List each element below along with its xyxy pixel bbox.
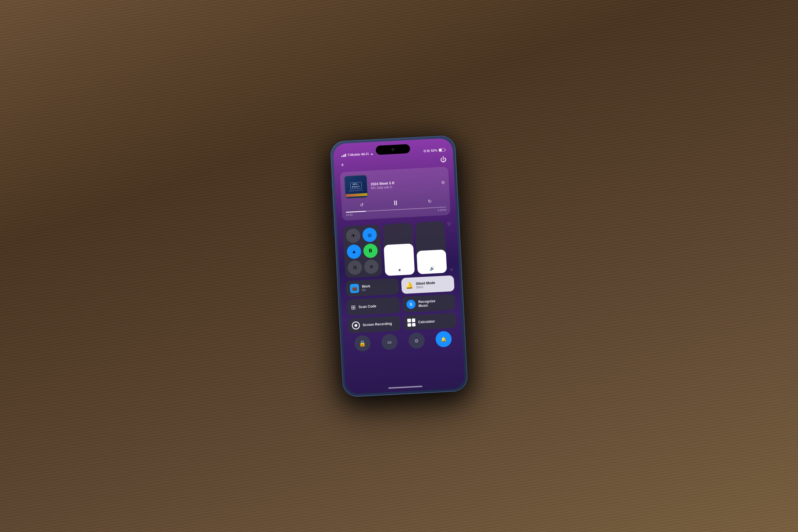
work-label: Work (362, 284, 370, 288)
np-top-row: NFL:DAILY GREGG ROSENTHAL 2024 Week 5 R … (344, 171, 445, 198)
remote-icon: ⊙ (414, 338, 418, 343)
artwork-inner: NFL:DAILY GREGG ROSENTHAL (345, 175, 367, 198)
calc-dot-3 (407, 323, 411, 326)
signal-bar-2 (343, 155, 343, 157)
scan-code-icon: ⊞ (351, 304, 356, 311)
airdrop-toggle[interactable]: ⛓ (347, 260, 362, 275)
wifi-toggle-icon: ▲ (352, 249, 357, 254)
nfl-box: NFL:DAILY (350, 182, 362, 189)
cc-row-work: 💼 Work On 🔔 Silent Mode Silent (345, 275, 454, 297)
screen-rec-dot (354, 324, 357, 327)
calc-dot-2 (412, 318, 415, 322)
heart-icon: ♡ (447, 222, 451, 227)
battery-fill (439, 149, 442, 151)
battery-orientation-icon: ▭ (387, 339, 392, 345)
mute-toggle-button[interactable]: 🔔 (435, 330, 452, 347)
status-icons: ⊡ ⊟ (423, 149, 430, 153)
front-camera (391, 148, 395, 151)
airdrop-icon: ⛓ (353, 265, 357, 270)
side-icons: ♡ ⌂ (447, 221, 454, 272)
wifi-toggle[interactable]: ▲ (346, 244, 362, 259)
settings-toggle[interactable]: ⚙ (364, 259, 379, 274)
mute-icon: 🔔 (441, 336, 446, 342)
add-button[interactable]: + (340, 161, 344, 169)
pause-button[interactable]: ⏸ (392, 198, 399, 207)
dynamic-island (376, 144, 411, 155)
calc-dot-4 (412, 323, 416, 326)
nfl-subtitle: GREGG ROSENTHAL (349, 189, 363, 192)
calculator-button[interactable]: Calculator (403, 312, 456, 330)
volume-icon: 🔊 (430, 266, 435, 271)
connectivity-panel: ✈ ◎ ▲ B ⛓ (343, 224, 382, 278)
work-on-sublabel: On (362, 288, 370, 291)
phone-container: T-Mobile Wi-Fi ▲ ⊡ ⊟ 52% + ⏻ (330, 135, 468, 398)
sliders-panel: ☀ 🔊 (382, 221, 447, 276)
time-elapsed: 23:43 (346, 213, 353, 216)
podcast-artwork: NFL:DAILY GREGG ROSENTHAL (344, 175, 368, 198)
hotspot-icon: ◎ (368, 232, 372, 238)
scan-code-button[interactable]: ⊞ Scan Code (346, 297, 400, 316)
recognize-music-button[interactable]: S Recognize Music (402, 294, 456, 312)
signal-bar-3 (344, 154, 345, 156)
phone-screen: T-Mobile Wi-Fi ▲ ⊡ ⊟ 52% + ⏻ (332, 138, 465, 394)
brightness-icon: ☀ (398, 268, 402, 272)
artwork-bar (346, 193, 367, 197)
settings-icon: ⚙ (369, 264, 373, 269)
status-left: T-Mobile Wi-Fi ▲ (341, 152, 373, 157)
work-icon: 💼 (350, 284, 359, 293)
lock-rotation-icon: 🔒 (359, 340, 366, 347)
screen-lock-button[interactable]: 🔒 (354, 335, 371, 352)
signal-bar-4 (345, 153, 346, 156)
forward-button[interactable]: ↻ (428, 198, 432, 204)
wifi-icon: ▲ (370, 152, 374, 156)
shazam-icon: S (406, 300, 416, 309)
battery-icon (439, 148, 445, 152)
silent-mode-label-group: Silent Mode Silent (416, 280, 436, 288)
screen-recording-label: Screen Recording (362, 321, 392, 327)
cc-bottom-row: 🔒 ▭ ⊙ 🔔 (348, 330, 457, 352)
recognize-label1: Recognize (418, 299, 436, 304)
bell-slash-icon: 🔔 (405, 282, 413, 289)
now-playing-widget[interactable]: NFL:DAILY GREGG ROSENTHAL 2024 Week 5 R … (340, 166, 450, 221)
home-indicator (388, 385, 422, 389)
recognize-label2: Music (418, 303, 436, 308)
cc-row-connectivity: ✈ ◎ ▲ B ⛓ (343, 221, 453, 278)
phone-body: T-Mobile Wi-Fi ▲ ⊡ ⊟ 52% + ⏻ (330, 135, 468, 398)
remote-button[interactable]: ⊙ (408, 332, 425, 349)
cc-row-recording: Screen Recording Calculator (347, 312, 456, 333)
airplay-button[interactable]: ⊚ (441, 179, 445, 185)
briefcase-icon: 💼 (352, 286, 357, 291)
home-icon: ⌂ (450, 267, 453, 271)
scan-code-label: Scan Code (359, 304, 377, 309)
airplane-icon: ✈ (351, 232, 355, 239)
volume-slider[interactable]: 🔊 (415, 221, 447, 274)
status-right: ⊡ ⊟ 52% (423, 148, 445, 153)
screen-recording-icon (352, 321, 360, 329)
nfl-logo: NFL:DAILY (352, 183, 360, 188)
carrier-label: T-Mobile Wi-Fi (348, 152, 369, 157)
battery-percent: 52% (431, 149, 437, 152)
personal-hotspot-toggle[interactable]: ◎ (362, 227, 377, 242)
bluetooth-icon: B (369, 248, 372, 253)
silent-label: Silent Mode (416, 280, 435, 286)
work-on-button[interactable]: 💼 Work On (345, 278, 399, 297)
airplane-mode-toggle[interactable]: ✈ (346, 228, 361, 243)
bluetooth-toggle[interactable]: B (363, 243, 378, 258)
rewind-button[interactable]: ↺ (360, 202, 364, 207)
brightness-slider[interactable]: ☀ (382, 223, 415, 276)
signal-bar-1 (341, 156, 342, 157)
np-info: 2024 Week 5 R NFL Daily with G (370, 179, 438, 190)
recognize-music-label-group: Recognize Music (418, 299, 436, 308)
cc-row-scan: ⊞ Scan Code S Recognize Music (346, 294, 455, 316)
calculator-label: Calculator (418, 319, 435, 324)
silent-mode-button[interactable]: 🔔 Silent Mode Silent (401, 275, 455, 294)
power-button[interactable]: ⏻ (440, 156, 446, 163)
time-remaining: -1:29:54 (437, 208, 446, 212)
signal-strength (341, 153, 346, 157)
calculator-icon (407, 318, 416, 326)
progress-fill (346, 211, 366, 213)
battery-saver-button[interactable]: ▭ (381, 334, 398, 350)
calc-dot-1 (407, 319, 411, 322)
screen-recording-button[interactable]: Screen Recording (347, 316, 401, 334)
control-center-grid: ✈ ◎ ▲ B ⛓ (343, 221, 457, 352)
